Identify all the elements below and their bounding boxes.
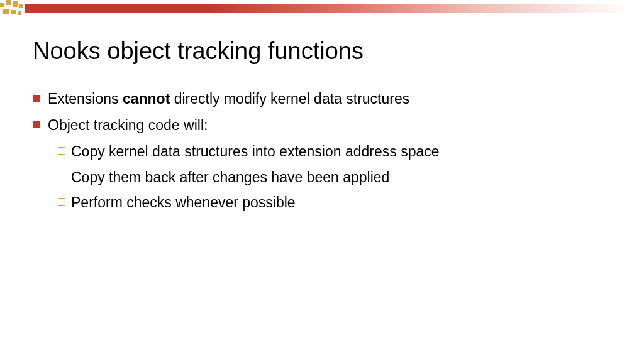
- bullet-text: Extensions cannot directly modify kernel…: [48, 89, 611, 109]
- gold-squares-icon: [0, 0, 28, 19]
- sub-bullet-text: Copy kernel data structures into extensi…: [71, 141, 440, 162]
- bullet-list: Extensions cannot directly modify kernel…: [33, 89, 611, 135]
- sub-bullet-item: Copy kernel data structures into extensi…: [58, 141, 611, 162]
- sub-bullet-item: Perform checks whenever possible: [58, 192, 611, 212]
- hollow-square-bullet-icon: [58, 198, 65, 206]
- bullet-text: Object tracking code will:: [48, 115, 611, 135]
- bullet-item: Extensions cannot directly modify kernel…: [33, 89, 611, 109]
- bullet-suffix: directly modify kernel data structures: [170, 90, 409, 107]
- square-bullet-icon: [33, 95, 40, 102]
- sub-bullet-item: Copy them back after changes have been a…: [58, 167, 611, 187]
- sub-bullet-list: Copy kernel data structures into extensi…: [33, 141, 611, 212]
- bullet-bold: cannot: [123, 90, 170, 107]
- bullet-item: Object tracking code will:: [33, 115, 611, 135]
- square-bullet-icon: [33, 121, 40, 128]
- slide-content: Nooks object tracking functions Extensio…: [0, 0, 644, 212]
- sub-bullet-text: Copy them back after changes have been a…: [71, 167, 389, 187]
- slide-top-decoration: [0, 0, 644, 19]
- bullet-prefix: Extensions: [48, 90, 123, 107]
- sub-bullet-text: Perform checks whenever possible: [71, 192, 296, 212]
- red-gradient-bar: [25, 4, 629, 13]
- hollow-square-bullet-icon: [58, 173, 65, 180]
- slide-title: Nooks object tracking functions: [33, 38, 611, 65]
- hollow-square-bullet-icon: [58, 147, 65, 155]
